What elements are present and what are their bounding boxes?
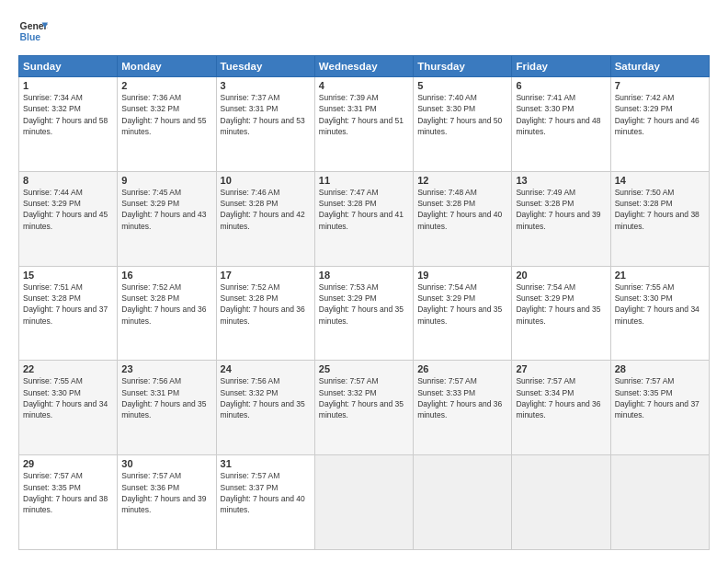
day-info: Sunrise: 7:52 AMSunset: 3:28 PMDaylight:… bbox=[221, 282, 305, 326]
day-number: 18 bbox=[319, 270, 409, 281]
calendar-cell: 20 Sunrise: 7:54 AMSunset: 3:29 PMDaylig… bbox=[512, 266, 610, 361]
calendar-cell: 7 Sunrise: 7:42 AMSunset: 3:29 PMDayligh… bbox=[610, 77, 709, 172]
calendar-cell: 28 Sunrise: 7:57 AMSunset: 3:35 PMDaylig… bbox=[610, 361, 709, 455]
calendar-cell bbox=[512, 455, 610, 550]
day-number: 16 bbox=[121, 270, 211, 281]
day-info: Sunrise: 7:36 AMSunset: 3:32 PMDaylight:… bbox=[121, 93, 206, 136]
calendar-cell: 1 Sunrise: 7:34 AMSunset: 3:32 PMDayligh… bbox=[19, 77, 118, 172]
calendar-cell: 6 Sunrise: 7:41 AMSunset: 3:30 PMDayligh… bbox=[512, 77, 610, 172]
calendar-cell: 12 Sunrise: 7:48 AMSunset: 3:28 PMDaylig… bbox=[414, 171, 512, 266]
col-header-saturday: Saturday bbox=[610, 56, 709, 77]
calendar-cell bbox=[610, 455, 709, 550]
calendar-header-row: SundayMondayTuesdayWednesdayThursdayFrid… bbox=[19, 56, 710, 77]
day-number: 11 bbox=[319, 175, 409, 186]
day-number: 25 bbox=[319, 363, 409, 374]
day-info: Sunrise: 7:52 AMSunset: 3:28 PMDaylight:… bbox=[121, 282, 206, 326]
day-number: 21 bbox=[615, 270, 705, 281]
day-info: Sunrise: 7:37 AMSunset: 3:31 PMDaylight:… bbox=[221, 93, 305, 136]
logo-icon: General Blue bbox=[18, 17, 48, 46]
calendar-cell bbox=[314, 455, 413, 550]
calendar-cell: 2 Sunrise: 7:36 AMSunset: 3:32 PMDayligh… bbox=[118, 77, 216, 172]
day-info: Sunrise: 7:50 AMSunset: 3:28 PMDaylight:… bbox=[615, 188, 700, 231]
day-info: Sunrise: 7:47 AMSunset: 3:28 PMDaylight:… bbox=[319, 188, 404, 231]
day-info: Sunrise: 7:40 AMSunset: 3:30 PMDaylight:… bbox=[417, 93, 502, 136]
day-info: Sunrise: 7:55 AMSunset: 3:30 PMDaylight:… bbox=[23, 376, 108, 419]
day-info: Sunrise: 7:34 AMSunset: 3:32 PMDaylight:… bbox=[23, 93, 108, 136]
day-number: 5 bbox=[417, 80, 507, 91]
calendar-cell: 8 Sunrise: 7:44 AMSunset: 3:29 PMDayligh… bbox=[19, 171, 118, 266]
day-info: Sunrise: 7:42 AMSunset: 3:29 PMDaylight:… bbox=[615, 93, 700, 136]
day-info: Sunrise: 7:56 AMSunset: 3:32 PMDaylight:… bbox=[221, 376, 305, 419]
day-info: Sunrise: 7:46 AMSunset: 3:28 PMDaylight:… bbox=[221, 188, 305, 231]
calendar-cell: 10 Sunrise: 7:46 AMSunset: 3:28 PMDaylig… bbox=[216, 171, 314, 266]
calendar-cell: 11 Sunrise: 7:47 AMSunset: 3:28 PMDaylig… bbox=[314, 171, 413, 266]
day-info: Sunrise: 7:56 AMSunset: 3:31 PMDaylight:… bbox=[121, 376, 206, 419]
col-header-monday: Monday bbox=[118, 56, 216, 77]
col-header-thursday: Thursday bbox=[414, 56, 512, 77]
calendar-cell: 27 Sunrise: 7:57 AMSunset: 3:34 PMDaylig… bbox=[512, 361, 610, 455]
day-number: 7 bbox=[615, 80, 705, 91]
calendar-cell: 19 Sunrise: 7:54 AMSunset: 3:29 PMDaylig… bbox=[414, 266, 512, 361]
calendar-week-2: 8 Sunrise: 7:44 AMSunset: 3:29 PMDayligh… bbox=[19, 171, 710, 266]
day-number: 24 bbox=[221, 363, 311, 374]
day-info: Sunrise: 7:41 AMSunset: 3:30 PMDaylight:… bbox=[516, 93, 600, 136]
day-number: 14 bbox=[615, 175, 705, 186]
day-info: Sunrise: 7:51 AMSunset: 3:28 PMDaylight:… bbox=[23, 282, 108, 326]
day-number: 15 bbox=[23, 270, 113, 281]
calendar-cell: 26 Sunrise: 7:57 AMSunset: 3:33 PMDaylig… bbox=[414, 361, 512, 455]
day-info: Sunrise: 7:48 AMSunset: 3:28 PMDaylight:… bbox=[417, 188, 502, 231]
calendar-cell: 30 Sunrise: 7:57 AMSunset: 3:36 PMDaylig… bbox=[118, 455, 216, 550]
header: General Blue bbox=[18, 17, 710, 46]
calendar-cell: 14 Sunrise: 7:50 AMSunset: 3:28 PMDaylig… bbox=[610, 171, 709, 266]
col-header-tuesday: Tuesday bbox=[216, 56, 314, 77]
col-header-friday: Friday bbox=[512, 56, 610, 77]
calendar-cell: 25 Sunrise: 7:57 AMSunset: 3:32 PMDaylig… bbox=[314, 361, 413, 455]
day-number: 12 bbox=[417, 175, 507, 186]
day-number: 29 bbox=[23, 458, 113, 469]
day-number: 2 bbox=[121, 80, 211, 91]
calendar-cell: 15 Sunrise: 7:51 AMSunset: 3:28 PMDaylig… bbox=[19, 266, 118, 361]
calendar-cell: 31 Sunrise: 7:57 AMSunset: 3:37 PMDaylig… bbox=[216, 455, 314, 550]
logo: General Blue bbox=[18, 17, 48, 46]
page: General Blue SundayMondayTuesdayWednesda… bbox=[0, 0, 728, 563]
calendar-cell: 9 Sunrise: 7:45 AMSunset: 3:29 PMDayligh… bbox=[118, 171, 216, 266]
day-info: Sunrise: 7:57 AMSunset: 3:33 PMDaylight:… bbox=[417, 376, 502, 419]
day-number: 23 bbox=[121, 363, 211, 374]
day-info: Sunrise: 7:57 AMSunset: 3:34 PMDaylight:… bbox=[516, 376, 600, 419]
calendar-week-4: 22 Sunrise: 7:55 AMSunset: 3:30 PMDaylig… bbox=[19, 361, 710, 455]
day-number: 4 bbox=[319, 80, 409, 91]
calendar-week-1: 1 Sunrise: 7:34 AMSunset: 3:32 PMDayligh… bbox=[19, 77, 710, 172]
day-number: 6 bbox=[516, 80, 606, 91]
day-info: Sunrise: 7:57 AMSunset: 3:35 PMDaylight:… bbox=[615, 376, 700, 419]
calendar-week-3: 15 Sunrise: 7:51 AMSunset: 3:28 PMDaylig… bbox=[19, 266, 710, 361]
calendar-cell: 4 Sunrise: 7:39 AMSunset: 3:31 PMDayligh… bbox=[314, 77, 413, 172]
day-number: 22 bbox=[23, 363, 113, 374]
col-header-wednesday: Wednesday bbox=[314, 56, 413, 77]
day-number: 9 bbox=[121, 175, 211, 186]
day-number: 26 bbox=[417, 363, 507, 374]
calendar-cell: 22 Sunrise: 7:55 AMSunset: 3:30 PMDaylig… bbox=[19, 361, 118, 455]
day-info: Sunrise: 7:55 AMSunset: 3:30 PMDaylight:… bbox=[615, 282, 700, 326]
day-info: Sunrise: 7:49 AMSunset: 3:28 PMDaylight:… bbox=[516, 188, 600, 231]
day-number: 20 bbox=[516, 270, 606, 281]
calendar-cell: 21 Sunrise: 7:55 AMSunset: 3:30 PMDaylig… bbox=[610, 266, 709, 361]
day-info: Sunrise: 7:57 AMSunset: 3:35 PMDaylight:… bbox=[23, 471, 108, 514]
day-number: 10 bbox=[221, 175, 311, 186]
svg-text:Blue: Blue bbox=[20, 32, 41, 42]
col-header-sunday: Sunday bbox=[19, 56, 118, 77]
day-number: 31 bbox=[221, 458, 311, 469]
calendar-cell bbox=[414, 455, 512, 550]
calendar-cell: 18 Sunrise: 7:53 AMSunset: 3:29 PMDaylig… bbox=[314, 266, 413, 361]
day-info: Sunrise: 7:54 AMSunset: 3:29 PMDaylight:… bbox=[417, 282, 502, 326]
day-info: Sunrise: 7:53 AMSunset: 3:29 PMDaylight:… bbox=[319, 282, 404, 326]
day-number: 27 bbox=[516, 363, 606, 374]
calendar-cell: 29 Sunrise: 7:57 AMSunset: 3:35 PMDaylig… bbox=[19, 455, 118, 550]
calendar-table: SundayMondayTuesdayWednesdayThursdayFrid… bbox=[18, 55, 710, 550]
day-info: Sunrise: 7:45 AMSunset: 3:29 PMDaylight:… bbox=[121, 188, 206, 231]
calendar-week-5: 29 Sunrise: 7:57 AMSunset: 3:35 PMDaylig… bbox=[19, 455, 710, 550]
day-number: 8 bbox=[23, 175, 113, 186]
calendar-cell: 13 Sunrise: 7:49 AMSunset: 3:28 PMDaylig… bbox=[512, 171, 610, 266]
calendar-cell: 24 Sunrise: 7:56 AMSunset: 3:32 PMDaylig… bbox=[216, 361, 314, 455]
day-number: 13 bbox=[516, 175, 606, 186]
day-number: 17 bbox=[221, 270, 311, 281]
